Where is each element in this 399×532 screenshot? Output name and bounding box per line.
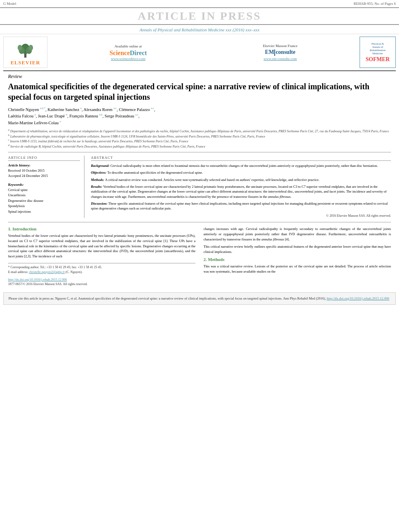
em-consulte-block: Elsevier Masson France EMconsulte www.em…: [263, 44, 297, 61]
sofmer-logo-block: Physical &Annals ofRehabilitationMedicin…: [360, 37, 396, 68]
article-in-press-banner: ARTICLE IN PRESS: [0, 7, 399, 25]
keywords-list: Cervical spine Uncarthrosis Degenerative…: [8, 187, 80, 215]
sofmer-text: SOFMER: [366, 56, 390, 63]
svg-point-4: [18, 45, 22, 51]
main-content: Review Anatomical specificities of the d…: [0, 71, 399, 288]
sd-url[interactable]: www.sciencedirect.com: [109, 57, 147, 61]
email-suffix: (C. Nguyen).: [66, 270, 82, 274]
methods-heading: 2. Methods: [204, 257, 391, 262]
doi-link[interactable]: http://dx.doi.org/10.1016/j.rehab.2015.1…: [8, 278, 195, 281]
article-info-title: ARTICLE INFO: [8, 156, 80, 161]
intro-heading: 1. Introduction: [8, 226, 195, 231]
available-online-text: Available online at: [109, 44, 147, 48]
g-model-label: G Model: [3, 2, 16, 6]
sciencedirect-logo: ScienceDirect: [109, 49, 147, 57]
article-info-abstract: ARTICLE INFO Article history: Received 1…: [8, 156, 391, 218]
body-right-col: changes increases with age. Cervical rad…: [204, 226, 391, 286]
svg-point-5: [29, 45, 33, 51]
abstract-discussion: Discussion: These specific anatomical fe…: [91, 201, 391, 211]
footer-text: Please cite this article in press as: Ng…: [8, 296, 326, 300]
abstract-objectives: Objectives: To describe anatomical speci…: [91, 170, 391, 175]
header-logos: ELSEVIER Available online at ScienceDire…: [3, 34, 396, 71]
abstract-col: ABSTRACT Background: Cervical radiculopa…: [91, 156, 391, 218]
article-title: Anatomical specificities of the degenera…: [8, 81, 391, 102]
intro-continued-text: changes increases with age. Cervical rad…: [204, 226, 391, 242]
issn-text: 1877-0657/© 2016 Elsevier Masson SAS. Al…: [8, 282, 195, 286]
review-label: Review: [8, 74, 391, 80]
affiliations: a Department of rehabilitation, service …: [8, 128, 391, 152]
sciencedirect-block: Available online at ScienceDirect www.sc…: [109, 44, 147, 61]
abstract-results: Results: Vertebral bodies of the lower c…: [91, 184, 391, 199]
footer-bar: Please cite this article in press as: Ng…: [3, 292, 396, 305]
top-bar: G Model REHAB-955; No. of Pages 6: [0, 0, 399, 6]
elsevier-text: ELSEVIER: [10, 60, 40, 66]
copyright-line: © 2016 Elsevier Masson SAS. All rights r…: [91, 214, 391, 218]
em-consulte-logo: EMconsulte: [263, 49, 297, 56]
intro-narrative-text: This critical narrative review briefly o…: [204, 244, 391, 255]
email-label: E-mail address:: [8, 270, 28, 274]
elsevier-logo-block: ELSEVIER: [3, 37, 47, 68]
corresponding-author-note: * Corresponding author. Tel.: +33 1 58 4…: [8, 265, 195, 270]
footer-doi-link[interactable]: http://dx.doi.org/10.1016/j.rehab.2015.1…: [327, 296, 389, 300]
abstract-methods: Methods: A critical narrative review was…: [91, 177, 391, 182]
abstract-background: Background: Cervical radiculopathy is mo…: [91, 163, 391, 168]
footnote-section: * Corresponding author. Tel.: +33 1 58 4…: [8, 263, 195, 275]
rehab-label: REHAB-955; No. of Pages 6: [354, 2, 396, 6]
keywords-label: Keywords:: [8, 183, 80, 187]
author-email[interactable]: christelle.nguyen2@aphp.fr: [29, 270, 65, 274]
em-url[interactable]: www.em-consulte.com: [263, 57, 297, 61]
article-info-col: ARTICLE INFO Article history: Received 1…: [8, 156, 84, 218]
section-divider: [8, 222, 391, 222]
elsevier-tree-icon: [13, 39, 37, 59]
authors: Christelle Nguyen a,b,*, Katherine Sanch…: [8, 106, 391, 126]
body-section: 1. Introduction Vertebral bodies of the …: [8, 226, 391, 286]
center-logos: Available online at ScienceDirect www.sc…: [51, 37, 356, 68]
received-date: Received 10 October 2015 Accepted 24 Dec…: [8, 168, 80, 179]
abstract-title: ABSTRACT: [91, 156, 391, 161]
article-history-label: Article history:: [8, 163, 80, 167]
elsevier-masson-text: Elsevier Masson France: [263, 44, 297, 48]
intro-text: Vertebral bodies of the lower cervical s…: [8, 233, 195, 259]
body-left-col: 1. Introduction Vertebral bodies of the …: [8, 226, 195, 286]
methods-text: This was a critical narrative review. Le…: [204, 264, 391, 274]
journal-title: Annals of Physical and Rehabilitation Me…: [0, 26, 399, 34]
abstract-text: Background: Cervical radiculopathy is mo…: [91, 163, 391, 218]
